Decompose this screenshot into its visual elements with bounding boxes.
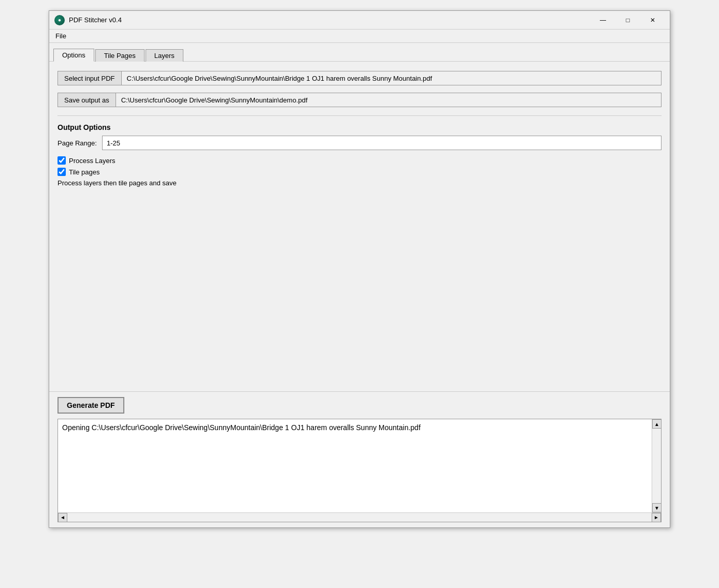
horizontal-scrollbar: ◄ ► [58,512,661,522]
scroll-track-vertical [652,429,661,503]
scroll-up-arrow[interactable]: ▲ [652,419,661,429]
divider-1 [57,115,662,116]
scroll-left-arrow[interactable]: ◄ [58,513,67,522]
close-button[interactable]: ✕ [641,13,665,27]
tile-pages-row: Tile pages [57,168,662,176]
page-range-input[interactable] [102,136,662,150]
output-pdf-path: C:\Users\cfcur\Google Drive\Sewing\Sunny… [116,93,662,107]
main-window: ● PDF Stitcher v0.4 — □ ✕ File Options T… [49,10,670,528]
process-layers-row: Process Layers [57,156,662,165]
tile-pages-label[interactable]: Tile pages [69,168,100,176]
generate-pdf-button[interactable]: Generate PDF [57,397,124,414]
output-options-title: Output Options [57,123,662,131]
input-pdf-path: C:\Users\cfcur\Google Drive\Sewing\Sunny… [122,71,662,85]
tab-bar: Options Tile Pages Layers [49,43,670,62]
maximize-button[interactable]: □ [616,13,640,27]
app-icon: ● [54,15,65,25]
log-container: Opening C:\Users\cfcur\Google Drive\Sewi… [57,419,662,522]
main-content: Select input PDF C:\Users\cfcur\Google D… [49,62,670,391]
process-layers-label[interactable]: Process Layers [69,157,116,165]
scroll-down-arrow[interactable]: ▼ [652,503,661,512]
scroll-right-arrow[interactable]: ► [652,513,661,522]
title-bar-left: ● PDF Stitcher v0.4 [54,15,122,25]
window-title: PDF Stitcher v0.4 [69,16,122,24]
output-options-section: Output Options Page Range: Process Layer… [57,123,662,187]
vertical-scrollbar: ▲ ▼ [652,419,661,512]
file-menu[interactable]: File [51,31,70,41]
bottom-area: Generate PDF Opening C:\Users\cfcur\Goog… [49,391,670,527]
output-pdf-row: Save output as C:\Users\cfcur\Google Dri… [57,92,662,108]
page-range-row: Page Range: [57,136,662,150]
minimize-button[interactable]: — [591,13,615,27]
log-scroll-area: Opening C:\Users\cfcur\Google Drive\Sewi… [58,419,661,512]
scroll-track-horizontal [67,513,652,522]
log-text-area[interactable]: Opening C:\Users\cfcur\Google Drive\Sewi… [58,419,652,512]
select-input-pdf-button[interactable]: Select input PDF [57,71,122,85]
title-bar-controls: — □ ✕ [591,13,665,27]
menu-bar: File [49,30,670,43]
save-output-as-button[interactable]: Save output as [57,93,116,107]
page-range-label: Page Range: [57,139,97,147]
log-content: Opening C:\Users\cfcur\Google Drive\Sewi… [62,423,648,432]
process-layers-checkbox[interactable] [57,156,66,165]
tab-tile-pages[interactable]: Tile Pages [95,49,145,62]
title-bar: ● PDF Stitcher v0.4 — □ ✕ [49,11,670,30]
status-description: Process layers then tile pages and save [57,179,662,187]
input-pdf-row: Select input PDF C:\Users\cfcur\Google D… [57,70,662,86]
tab-layers[interactable]: Layers [146,49,183,62]
tab-options[interactable]: Options [53,49,94,62]
tile-pages-checkbox[interactable] [57,168,66,176]
